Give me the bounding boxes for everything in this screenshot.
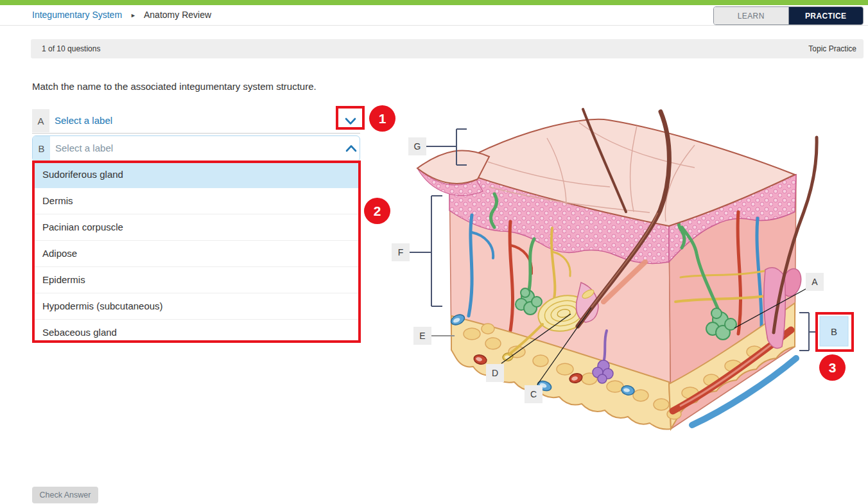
practice-question-page: Integumentary System ► Anatomy Review LE… [0, 0, 868, 504]
diagram-label-f[interactable]: F [392, 243, 410, 261]
dropdown-option[interactable]: Dermis [35, 188, 358, 214]
dropdown-option[interactable]: Sudoriferous gland [35, 162, 358, 188]
breadcrumb-current: Anatomy Review [144, 10, 211, 20]
mode-toggle: LEARN PRACTICE [713, 6, 864, 25]
svg-text:F: F [398, 247, 404, 257]
match-row-a-letter: A [32, 109, 49, 132]
question-prompt: Match the name to the associated integum… [32, 81, 317, 92]
diagram-label-g[interactable]: G [408, 137, 426, 155]
diagram-label-b-selected[interactable]: B [820, 317, 848, 346]
svg-text:A: A [812, 277, 818, 287]
match-row-b: B Select a label [32, 135, 360, 162]
svg-text:G: G [414, 141, 421, 152]
label-dropdown-list: Sudoriferous gland Dermis Pacinian corpu… [35, 162, 358, 345]
diagram-label-c[interactable]: C [525, 385, 542, 403]
tab-practice[interactable]: PRACTICE [789, 7, 864, 24]
svg-text:C: C [530, 389, 537, 399]
diagram-label-e[interactable]: E [413, 327, 431, 345]
status-bar: 1 of 10 questions Topic Practice [31, 39, 864, 58]
chevron-down-icon[interactable] [345, 117, 356, 125]
diagram-label-d[interactable]: D [486, 364, 504, 382]
dropdown-option[interactable]: Hypodermis (subcutaneous) [35, 293, 358, 320]
breadcrumb-separator-icon: ► [130, 12, 136, 19]
diagram-label-a[interactable]: A [806, 273, 824, 291]
top-accent-bar [0, 0, 868, 5]
dropdown-option[interactable]: Epidermis [35, 267, 358, 293]
breadcrumb: Integumentary System ► Anatomy Review [32, 10, 211, 20]
tab-learn[interactable]: LEARN [714, 7, 789, 24]
chevron-up-icon[interactable] [345, 144, 357, 152]
svg-text:D: D [492, 368, 498, 378]
question-progress: 1 of 10 questions [42, 44, 100, 53]
svg-text:B: B [831, 326, 837, 337]
breadcrumb-topic-link[interactable]: Integumentary System [32, 10, 122, 20]
check-answer-button[interactable]: Check Answer [32, 487, 98, 503]
dropdown-option[interactable]: Sebaceous gland [35, 320, 358, 345]
match-row-a-placeholder[interactable]: Select a label [55, 115, 112, 126]
skin-diagram: G F E D C A B [385, 96, 868, 462]
match-row-a: A Select a label [32, 109, 360, 134]
match-row-b-letter: B [33, 136, 50, 161]
match-row-b-placeholder[interactable]: Select a label [55, 143, 113, 153]
practice-mode-label: Topic Practice [808, 44, 856, 53]
svg-text:E: E [419, 331, 425, 341]
header: Integumentary System ► Anatomy Review LE… [0, 5, 868, 26]
dropdown-option[interactable]: Pacinian corpuscle [35, 214, 358, 241]
dropdown-option[interactable]: Adipose [35, 241, 358, 267]
